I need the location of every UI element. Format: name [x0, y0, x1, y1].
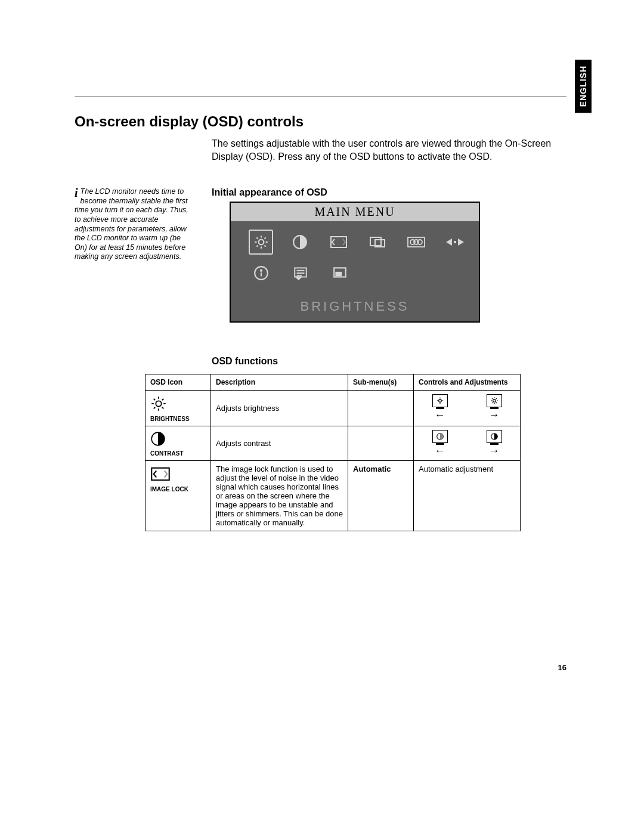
svg-rect-29 [336, 272, 342, 275]
sidenote-text: The LCD monitor needs time to become the… [75, 187, 188, 261]
brightness-up-icon [487, 394, 502, 407]
brightness-icon[interactable] [249, 230, 273, 255]
svg-point-21 [261, 270, 262, 271]
svg-line-8 [264, 237, 265, 239]
subheading-initial: Initial appearance of OSD [212, 187, 327, 198]
svg-line-36 [162, 407, 163, 408]
page-number: 16 [558, 663, 566, 672]
arrow-right-icon: → [489, 445, 500, 456]
svg-line-35 [154, 399, 155, 400]
svg-point-0 [258, 240, 264, 245]
row-icon-contrast: CONTRAST [145, 426, 211, 461]
th-icon: OSD Icon [145, 374, 211, 391]
table-row: IMAGE LOCK The image lock function is us… [145, 461, 521, 531]
row-icon-imagelock: IMAGE LOCK [145, 461, 211, 531]
sidenote: i The LCD monitor needs time to become t… [75, 187, 194, 262]
osd-footer-label: BRIGHTNESS [231, 295, 479, 321]
row-desc: The image lock function is used to adjus… [211, 461, 348, 531]
row-adj: ← → [414, 426, 521, 461]
osd-icon-grid [231, 221, 479, 295]
row-desc: Adjusts contrast [211, 426, 348, 461]
svg-line-37 [154, 407, 155, 408]
menu-position-icon[interactable] [327, 261, 352, 286]
svg-line-38 [162, 399, 163, 400]
svg-point-30 [156, 401, 161, 406]
svg-point-39 [438, 400, 441, 402]
subheading-functions: OSD functions [212, 356, 278, 367]
svg-line-6 [264, 245, 265, 246]
row-label: CONTRAST [150, 450, 184, 457]
contrast-down-icon [432, 430, 448, 443]
divider [75, 97, 566, 97]
th-adj: Controls and Adjustments [414, 374, 521, 391]
row-adj: ← → [414, 391, 521, 426]
svg-marker-17 [446, 239, 452, 246]
info-icon: i [75, 187, 78, 198]
svg-line-52 [496, 398, 496, 399]
arrow-left-icon: ← [435, 410, 445, 420]
table-row: BRIGHTNESS Adjusts brightness ← [145, 391, 521, 426]
language-icon[interactable] [288, 261, 313, 286]
row-sub [348, 391, 414, 426]
osd-title: MAIN MENU [231, 203, 479, 221]
image-position-icon[interactable] [365, 230, 389, 255]
arrow-right-icon: → [489, 410, 500, 420]
contrast-icon[interactable] [287, 230, 312, 255]
row-adj: Automatic adjustment [414, 461, 521, 531]
brightness-down-icon [432, 394, 448, 407]
table-row: CONTRAST Adjusts contrast ← [145, 426, 521, 461]
svg-marker-19 [458, 239, 464, 246]
language-tab: ENGLISH [575, 60, 592, 113]
row-label: IMAGE LOCK [150, 486, 188, 493]
row-sub [348, 426, 414, 461]
th-desc: Description [211, 374, 348, 391]
image-lock-icon[interactable] [326, 230, 351, 255]
reset-icon[interactable] [442, 230, 467, 255]
svg-line-7 [256, 245, 258, 246]
svg-point-44 [493, 400, 496, 402]
row-icon-brightness: BRIGHTNESS [145, 391, 211, 426]
row-desc: Adjusts brightness [211, 391, 348, 426]
svg-rect-10 [331, 237, 346, 247]
osd-window: MAIN MENU [230, 202, 480, 323]
intro-paragraph: The settings adjustable with the user co… [212, 137, 566, 163]
arrow-left-icon: ← [435, 445, 445, 456]
svg-line-49 [491, 398, 492, 399]
color-icon[interactable] [404, 230, 428, 255]
page-title: On-screen display (OSD) controls [75, 113, 304, 130]
svg-rect-18 [454, 241, 456, 243]
svg-line-5 [256, 237, 258, 239]
th-sub: Sub-menu(s) [348, 374, 414, 391]
svg-line-50 [496, 402, 496, 403]
osd-functions-table: OSD Icon Description Sub-menu(s) Control… [145, 374, 521, 531]
information-icon[interactable] [249, 261, 274, 286]
row-sub: Automatic [348, 461, 414, 531]
row-label: BRIGHTNESS [150, 416, 190, 422]
contrast-up-icon [487, 430, 502, 443]
svg-marker-27 [296, 277, 301, 280]
svg-line-51 [491, 402, 492, 403]
